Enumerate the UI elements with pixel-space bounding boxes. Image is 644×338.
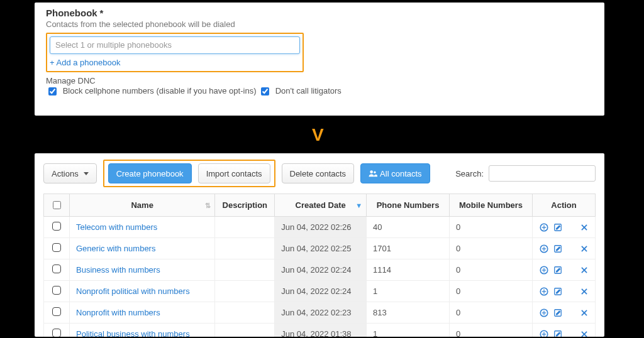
row-created: Jun 04, 2022 02:26 <box>275 217 367 238</box>
phonebook-multiselect[interactable]: Select 1 or multiple phonebooks <box>50 36 300 54</box>
col-action: Action <box>533 194 596 217</box>
edit-icon[interactable] <box>553 330 562 337</box>
row-mobile-count: 0 <box>450 217 533 238</box>
actions-dropdown-button[interactable]: Actions <box>43 163 97 183</box>
table-row: Nonprofit political with numbersJun 04, … <box>44 281 596 302</box>
delete-icon[interactable] <box>580 266 589 275</box>
add-icon[interactable] <box>540 308 548 317</box>
delete-icon[interactable] <box>580 330 589 337</box>
svg-point-0 <box>370 170 373 173</box>
row-checkbox[interactable] <box>52 307 61 316</box>
add-icon[interactable] <box>540 266 548 275</box>
search-label: Search: <box>455 169 484 178</box>
row-created: Jun 04, 2022 02:23 <box>275 302 367 324</box>
phonebook-title: Phonebook <box>46 8 97 18</box>
svg-rect-4 <box>541 227 546 227</box>
svg-point-1 <box>374 172 376 174</box>
table-row: Nonprofit with numbersJun 04, 2022 02:23… <box>44 302 596 324</box>
caret-down-icon <box>84 172 89 175</box>
delete-icon[interactable] <box>580 244 589 253</box>
row-checkbox[interactable] <box>52 243 61 252</box>
col-phone[interactable]: Phone Numbers <box>367 194 450 217</box>
add-phonebook-link[interactable]: + Add a phonebook <box>50 58 300 67</box>
svg-rect-22 <box>541 291 546 292</box>
row-phone-count: 813 <box>367 302 450 324</box>
row-checkbox[interactable] <box>52 264 61 273</box>
phonebook-list-card: Actions Create phonebook Import contacts… <box>35 153 604 337</box>
flow-arrow-icon: V <box>312 126 324 144</box>
phonebook-table: Name ⇅ Description Created Date ▼ Phone … <box>43 194 596 337</box>
row-checkbox[interactable] <box>52 286 61 295</box>
delete-icon[interactable] <box>580 223 589 232</box>
phonebook-name-link[interactable]: Business with numbers <box>76 265 160 275</box>
create-phonebook-button[interactable]: Create phonebook <box>108 163 192 183</box>
row-mobile-count: 0 <box>450 302 533 324</box>
row-checkbox[interactable] <box>52 329 61 337</box>
col-created[interactable]: Created Date ▼ <box>275 194 367 217</box>
row-description <box>215 302 275 324</box>
create-import-highlight: Create phonebook Import contacts <box>103 160 275 187</box>
row-description <box>215 259 275 281</box>
table-row: Telecom with numbersJun 04, 2022 02:2640… <box>44 217 596 238</box>
col-name[interactable]: Name ⇅ <box>70 194 215 217</box>
row-phone-count: 1 <box>367 324 450 337</box>
row-created: Jun 04, 2022 01:38 <box>275 324 367 337</box>
table-header-row: Name ⇅ Description Created Date ▼ Phone … <box>44 194 596 217</box>
row-mobile-count: 0 <box>450 259 533 281</box>
row-created: Jun 04, 2022 02:24 <box>275 281 367 302</box>
phonebook-name-link[interactable]: Telecom with numbers <box>76 222 157 232</box>
phonebook-subtitle: Contacts from the selected phonebook wil… <box>46 19 593 29</box>
delete-contacts-button[interactable]: Delete contacts <box>282 163 355 183</box>
row-phone-count: 1 <box>367 281 450 302</box>
phonebook-config-card: Phonebook * Contacts from the selected p… <box>35 3 604 116</box>
dont-call-row[interactable]: Don't call litigators <box>258 86 341 95</box>
row-mobile-count: 0 <box>450 238 533 259</box>
add-icon[interactable] <box>540 287 548 296</box>
svg-rect-10 <box>541 248 546 249</box>
row-description <box>215 217 275 238</box>
block-cellphone-label: Block cellphone numbers (disable if you … <box>63 86 257 95</box>
edit-icon[interactable] <box>553 244 562 253</box>
row-checkbox[interactable] <box>52 222 61 231</box>
search-input[interactable] <box>489 165 596 182</box>
block-cellphone-row[interactable]: Block cellphone numbers (disable if you … <box>46 86 258 95</box>
phonebook-name-link[interactable]: Generic with numbers <box>76 244 155 253</box>
edit-icon[interactable] <box>553 223 562 232</box>
sort-down-icon: ▼ <box>355 202 362 209</box>
import-contacts-button[interactable]: Import contacts <box>198 163 270 183</box>
table-row: Generic with numbersJun 04, 2022 02:2517… <box>44 238 596 259</box>
edit-icon[interactable] <box>553 287 562 296</box>
table-row: Political business with numbersJun 04, 2… <box>44 324 596 337</box>
edit-icon[interactable] <box>553 308 562 317</box>
add-icon[interactable] <box>540 223 548 232</box>
phonebook-name-link[interactable]: Political business with numbers <box>76 329 190 337</box>
row-description <box>215 238 275 259</box>
add-icon[interactable] <box>540 244 548 253</box>
dont-call-litigators-checkbox[interactable] <box>261 87 269 95</box>
delete-icon[interactable] <box>580 287 589 296</box>
select-all-checkbox[interactable] <box>53 201 61 209</box>
phonebook-name-link[interactable]: Nonprofit political with numbers <box>76 286 190 296</box>
phonebook-name-link[interactable]: Nonprofit with numbers <box>76 308 160 317</box>
add-icon[interactable] <box>540 330 548 337</box>
manage-dnc-label: Manage DNC <box>46 76 593 85</box>
search-wrap: Search: <box>455 165 596 182</box>
svg-rect-34 <box>541 334 546 334</box>
all-contacts-label: All contacts <box>380 169 421 178</box>
row-phone-count: 40 <box>367 217 450 238</box>
edit-icon[interactable] <box>553 266 562 275</box>
col-description[interactable]: Description <box>215 194 275 217</box>
dont-call-litigators-label: Don't call litigators <box>275 86 341 95</box>
row-created: Jun 04, 2022 02:24 <box>275 259 367 281</box>
svg-rect-16 <box>541 270 546 270</box>
row-description <box>215 324 275 337</box>
toolbar: Actions Create phonebook Import contacts… <box>43 160 596 187</box>
all-contacts-button[interactable]: All contacts <box>360 163 430 183</box>
row-mobile-count: 0 <box>450 281 533 302</box>
row-phone-count: 1701 <box>367 238 450 259</box>
actions-label: Actions <box>52 169 79 178</box>
select-all-header <box>44 194 70 217</box>
delete-icon[interactable] <box>580 308 589 317</box>
col-mobile[interactable]: Mobile Numbers <box>450 194 533 217</box>
block-cellphone-checkbox[interactable] <box>48 87 57 95</box>
